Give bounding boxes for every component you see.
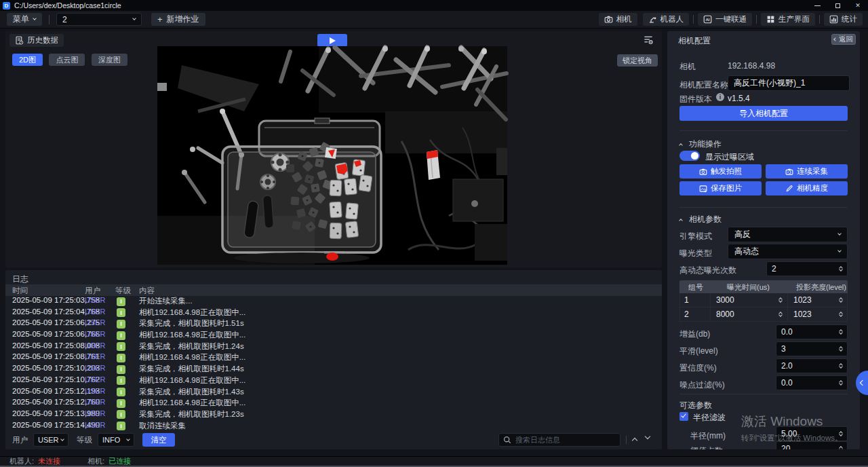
chevron-left-icon [833, 37, 837, 41]
camera-image-view[interactable] [157, 46, 507, 265]
log-row[interactable]: 2025-05-09 17:25:12,760 USER I 相机192.168… [5, 398, 662, 409]
trigger-capture-button[interactable]: 触发拍照 [679, 164, 762, 179]
divider [49, 15, 50, 24]
job-select[interactable]: 2 [56, 13, 142, 26]
log-level-badge: I [117, 320, 125, 329]
section-function-ops[interactable]: 功能操作 [679, 138, 722, 150]
gain-label: 增益(db) [679, 329, 710, 340]
tab-depth-map[interactable]: 深度图 [92, 54, 127, 66]
exposure-stepper-2[interactable]: 8000 [711, 307, 787, 322]
section-camera-params[interactable]: 相机参数 [679, 214, 722, 225]
close-button[interactable]: ✕ [848, 0, 868, 11]
chevron-down-icon [837, 248, 842, 253]
overexposure-toggle[interactable] [679, 151, 700, 161]
log-level-filter-select[interactable]: INFO [98, 433, 134, 447]
menu-dropdown[interactable]: 菜单 [7, 13, 42, 26]
exposure-stepper-1[interactable]: 3000 [711, 293, 787, 307]
tab-2d-image[interactable]: 2D图 [12, 54, 43, 66]
log-level: I [117, 353, 125, 362]
camera-precision-button[interactable]: 相机精度 [766, 181, 848, 195]
log-filter-settings-button[interactable] [643, 35, 654, 47]
noise-filter-stepper[interactable]: 0.0 [776, 375, 848, 390]
log-row[interactable]: 2025-05-09 17:25:03,758 USER I 开始连续采集... [5, 296, 662, 307]
threshold-points-label: 阈值点数 [690, 445, 723, 449]
config-name-input[interactable] [728, 75, 850, 91]
engine-mode-select[interactable]: 高反 [728, 227, 848, 242]
chevron-left-icon [860, 380, 865, 386]
log-user: USER [85, 364, 106, 372]
log-user-filter-select[interactable]: USER [33, 433, 68, 447]
log-row[interactable]: 2025-05-09 17:25:08,761 USER I 相机192.168… [5, 352, 662, 364]
toolbar-stats-button[interactable]: 统计 [824, 13, 863, 26]
log-level: I [117, 331, 125, 340]
smooth-stepper[interactable]: 3 [776, 341, 848, 356]
log-level-filter-value: INFO [102, 436, 120, 444]
maximize-button[interactable] [827, 0, 848, 11]
back-button[interactable]: 返回 [831, 34, 856, 45]
toolbar-robot-button[interactable]: 机器人 [643, 13, 690, 26]
log-row[interactable]: 2025-05-09 17:25:10,203 USER I 采集完成，相机取图… [5, 364, 662, 375]
log-row[interactable]: 2025-05-09 17:25:14,490 USER I 取消连续采集 [5, 421, 662, 432]
log-row[interactable]: 2025-05-09 17:25:08,008 USER I 采集完成，相机取图… [5, 341, 662, 353]
log-row[interactable]: 2025-05-09 17:25:06,766 USER I 相机192.168… [5, 330, 662, 341]
log-row[interactable]: 2025-05-09 17:25:13,989 USER I 采集完成，相机取图… [5, 409, 662, 421]
section-camera-params-label: 相机参数 [689, 214, 722, 225]
plus-icon: + [157, 14, 163, 24]
log-level-badge: I [117, 410, 125, 419]
log-row[interactable]: 2025-05-09 17:25:12,193 USER I 采集完成，相机取图… [5, 387, 662, 398]
divider [819, 15, 820, 24]
brightness-stepper-1[interactable]: 1023 [789, 293, 847, 307]
log-search-input[interactable] [515, 436, 604, 444]
save-image-button[interactable]: 保存图片 [679, 181, 762, 195]
new-job-button[interactable]: + 新增作业 [151, 13, 205, 26]
import-config-button[interactable]: 导入相机配置 [679, 106, 848, 121]
confidence-label: 置信度(%) [679, 362, 717, 374]
info-icon[interactable]: i [716, 93, 724, 101]
toolbar-ai-connect-button[interactable]: AI 一键联通 [698, 13, 752, 26]
log-col-user: 用户 [85, 286, 100, 296]
camera-precision-label: 相机精度 [797, 183, 828, 193]
threshold-points-stepper[interactable]: 20 [776, 441, 848, 449]
continuous-capture-button[interactable]: 连续采集 [766, 164, 848, 179]
log-search-box [498, 433, 620, 447]
log-row[interactable]: 2025-05-09 17:25:06,275 USER I 采集完成，相机取图… [5, 318, 662, 330]
play-button[interactable] [317, 34, 347, 47]
toolbar-camera-button[interactable]: 相机 [599, 13, 637, 26]
log-row[interactable]: 2025-05-09 17:25:04,768 USER I 相机192.168… [5, 307, 662, 319]
search-prev-button[interactable] [632, 438, 637, 443]
toolbar-robot-label: 机器人 [660, 14, 684, 24]
log-content: 相机192.168.4.98正在取图中... [139, 330, 245, 340]
log-level: I [117, 410, 125, 419]
camera-capture-scene [157, 46, 507, 265]
back-label: 返回 [839, 35, 853, 44]
search-next-button[interactable] [645, 434, 650, 439]
history-data-button[interactable]: 历史数据 [9, 34, 64, 47]
clear-log-button[interactable]: 清空 [142, 433, 175, 447]
toolbar-production-button[interactable]: 生产界面 [761, 13, 815, 26]
lock-view-button[interactable]: 锁定视角 [617, 54, 658, 67]
toggle-knob [691, 152, 698, 160]
log-level: I [117, 297, 125, 306]
radius-stepper[interactable]: 5.00 [776, 426, 848, 441]
camera-shutter-icon [699, 168, 707, 176]
section-function-ops-label: 功能操作 [689, 138, 722, 150]
titlebar: D C:/Users/dex/Desktop/case1circle ✕ [0, 0, 868, 11]
log-content: 相机192.168.4.98正在取图中... [139, 307, 245, 318]
radius-filter-checkbox[interactable] [679, 412, 688, 421]
log-level: I [117, 422, 125, 431]
filter-gear-icon [643, 35, 654, 45]
log-user: USER [85, 341, 106, 350]
log-level: I [117, 376, 125, 386]
toolbar-production-label: 生产界面 [778, 14, 810, 24]
tab-point-cloud[interactable]: 点云图 [49, 54, 85, 66]
hdr-count-stepper[interactable]: 2 [766, 261, 848, 276]
exposure-type-select[interactable]: 高动态 [728, 244, 848, 259]
chevron-down-icon [837, 231, 842, 236]
play-icon [330, 37, 336, 44]
trigger-capture-label: 触发拍照 [711, 166, 742, 176]
log-row[interactable]: 2025-05-09 17:25:10,762 USER I 相机192.168… [5, 375, 662, 387]
confidence-stepper[interactable]: 2.0 [776, 358, 848, 373]
gain-stepper[interactable]: 0.0 [776, 324, 848, 339]
minimize-button[interactable] [807, 0, 827, 11]
brightness-stepper-2[interactable]: 1023 [789, 307, 847, 322]
